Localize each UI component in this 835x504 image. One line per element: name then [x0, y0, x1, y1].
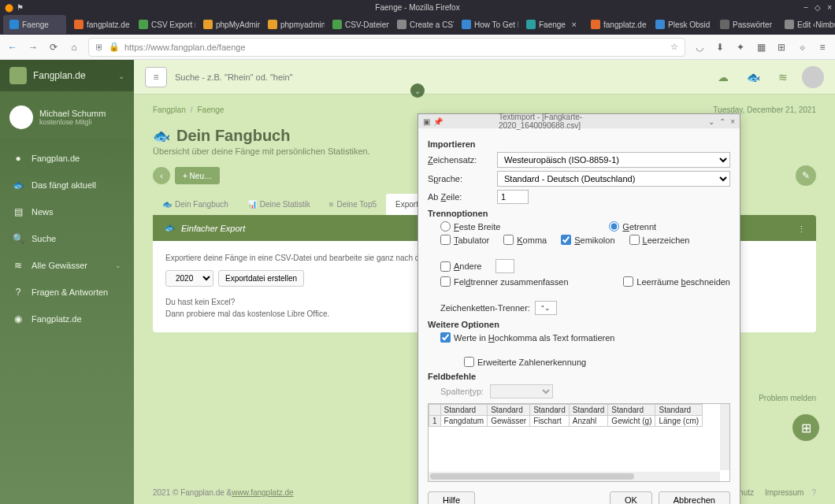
radio-fixed[interactable]: Feste Breite — [440, 221, 500, 232]
pocket-icon[interactable]: ◡ — [693, 42, 706, 53]
pin-icon[interactable]: 📌 — [433, 117, 443, 126]
maximize-button[interactable]: ⌃ — [719, 117, 726, 126]
close-button[interactable]: × — [827, 3, 832, 12]
footer-link[interactable]: Impressum — [765, 488, 803, 497]
cloud-icon[interactable]: ☁ — [712, 66, 734, 88]
menu-icon[interactable]: ≡ — [816, 42, 829, 53]
back-circle-button[interactable]: ‹ — [153, 167, 170, 184]
preview-grid[interactable]: StandardStandardStandardStandardStandard… — [428, 403, 730, 482]
radio-separated[interactable]: Getrennt — [609, 221, 656, 232]
chk-tab[interactable]: Tabulator — [440, 235, 489, 245]
help-icon[interactable]: ? — [811, 488, 816, 497]
waves-icon[interactable]: ≋ — [772, 66, 794, 88]
close-icon[interactable]: × — [572, 20, 577, 29]
close-button[interactable]: × — [730, 117, 735, 126]
browser-tab[interactable]: Faenge× — [520, 15, 583, 34]
topbar-avatar[interactable] — [802, 66, 824, 88]
favicon — [785, 20, 794, 29]
sidebar-item[interactable]: 🐟Das fängt aktuell — [0, 172, 134, 198]
cancel-button[interactable]: Abbrechen — [659, 491, 730, 504]
ext1-icon[interactable]: ✦ — [734, 42, 747, 53]
chk-quoted[interactable]: Werte in Hochkomma als Text formatieren — [440, 332, 614, 343]
app-icon: ▣ — [423, 117, 430, 126]
content-tab[interactable]: ≡Deine Top5 — [320, 194, 386, 215]
user-block[interactable]: Michael Schumm kostenlose Mitgli — [0, 91, 134, 139]
footer-link[interactable]: www.fangplatz.de — [232, 488, 293, 497]
export-button[interactable]: Exportdatei erstellen — [218, 270, 304, 287]
browser-tab[interactable]: How To Get I — [455, 15, 518, 34]
browser-tab[interactable]: CSV Export m — [132, 15, 195, 34]
chk-merge[interactable]: Feldtrenner zusammenfassen — [440, 276, 569, 287]
sidebar-brand[interactable]: Fangplan.de ⌄ — [0, 60, 134, 91]
sidebar-item[interactable]: ?Fragen & Antworten — [0, 279, 134, 306]
browser-tab[interactable]: phpmyadmin — [262, 15, 325, 34]
url-bar[interactable]: ⛨ 🔒 https://www.fangplan.de/faenge ☆ — [88, 38, 685, 57]
sidebar-item[interactable]: ●Fangplan.de — [0, 145, 134, 172]
sidebar-item[interactable]: ≋Alle Gewässer⌄ — [0, 252, 134, 279]
sidebar-item[interactable]: 🔍Suche — [0, 225, 134, 252]
nav-icon: ◉ — [13, 313, 24, 324]
chk-enhnum[interactable]: Erweiterte Zahlenerkennung — [464, 357, 586, 367]
sidebar-collapse-button[interactable]: ⌄ — [410, 83, 425, 98]
new-button[interactable]: + Neu… — [175, 167, 220, 184]
chk-space[interactable]: Leerzeichen — [629, 235, 690, 245]
chk-comma[interactable]: Komma — [503, 235, 547, 245]
maximize-button[interactable]: ◇ — [815, 3, 821, 12]
chk-trim[interactable]: Leerräume beschneiden — [623, 276, 730, 287]
strdelim-select[interactable]: " ⌄ — [535, 301, 557, 315]
text-import-dialog: ▣ 📌 Textimport - [Fangkarte-2020_1640090… — [418, 113, 740, 504]
chk-semicolon[interactable]: Semikolon — [561, 235, 614, 245]
breadcrumb-root[interactable]: Fangplan — [153, 106, 186, 114]
window-title: Faenge - Mozilla Firefox — [375, 3, 459, 12]
browser-tab[interactable]: Create a CSV — [391, 15, 454, 34]
apps-fab[interactable]: ⊞ — [792, 414, 819, 441]
search-input[interactable] — [175, 72, 436, 82]
app-menu-icon[interactable]: ⚑ — [17, 3, 24, 12]
nav-label: Fragen & Antworten — [32, 287, 108, 297]
dialog-titlebar[interactable]: ▣ 📌 Textimport - [Fangkarte-2020_1640090… — [418, 114, 740, 128]
year-select[interactable]: 2020 — [165, 270, 213, 287]
user-name: Michael Schumm — [39, 109, 106, 118]
fromrow-input[interactable] — [497, 190, 529, 204]
forward-button[interactable]: → — [27, 42, 39, 53]
ok-button[interactable]: OK — [610, 491, 652, 504]
sidebar-item[interactable]: ◉Fangplatz.de — [0, 306, 134, 332]
chk-other[interactable]: Andere — [440, 259, 481, 273]
minimize-button[interactable]: − — [803, 3, 808, 12]
browser-tab[interactable]: fangplatz.de [F — [68, 15, 131, 34]
charset-select[interactable]: Westeuropäisch (ISO-8859-1) — [497, 152, 730, 168]
firefox-icon: ⬤ — [5, 3, 13, 12]
lang-select[interactable]: Standard - Deutsch (Deutschland) — [497, 171, 730, 187]
reload-button[interactable]: ⟳ — [47, 42, 60, 53]
star-icon[interactable]: ☆ — [670, 42, 678, 52]
topbar: ≡ ☁ 🐟 ≋ — [134, 60, 835, 94]
nav-icon: ● — [13, 153, 24, 164]
browser-tab[interactable]: Faenge — [3, 15, 66, 34]
sidebar-item[interactable]: ▤News — [0, 198, 134, 225]
download-icon[interactable]: ⬇ — [714, 42, 726, 53]
home-button[interactable]: ⌂ — [68, 42, 80, 53]
back-button[interactable]: ← — [6, 42, 19, 53]
fish-icon[interactable]: 🐟 — [742, 66, 764, 88]
tab-label: phpMyAdmin — [216, 20, 260, 29]
browser-tab[interactable]: Edit ‹Nimbus Sc — [778, 15, 835, 34]
content-tab[interactable]: 🐟Dein Fangbuch — [153, 194, 238, 215]
browser-tab[interactable]: fangplatz.de — [584, 15, 648, 34]
edit-button[interactable]: ✎ — [796, 165, 816, 186]
browser-tab[interactable]: CSV-Dateien — [326, 15, 389, 34]
report-problem-link[interactable]: Problem melden — [759, 394, 816, 402]
scrollbar-vertical[interactable] — [720, 404, 729, 470]
hamburger-button[interactable]: ≡ — [145, 67, 167, 87]
ext2-icon[interactable]: ▦ — [755, 42, 767, 53]
other-input[interactable] — [495, 259, 514, 273]
scrollbar-horizontal[interactable] — [429, 472, 720, 481]
help-button[interactable]: Hilfe — [428, 491, 475, 504]
content-tab[interactable]: 📊Deine Statistik — [238, 194, 320, 215]
ext3-icon[interactable]: ⊞ — [775, 42, 788, 53]
browser-tab[interactable]: Passwörter — [714, 15, 777, 34]
more-icon[interactable]: ⋮ — [797, 224, 805, 232]
minimize-button[interactable]: ⌄ — [708, 117, 714, 126]
browser-tab[interactable]: Plesk Obsid — [649, 15, 712, 34]
ext4-icon[interactable]: ⟐ — [796, 42, 808, 53]
browser-tab[interactable]: phpMyAdmin — [197, 15, 260, 34]
